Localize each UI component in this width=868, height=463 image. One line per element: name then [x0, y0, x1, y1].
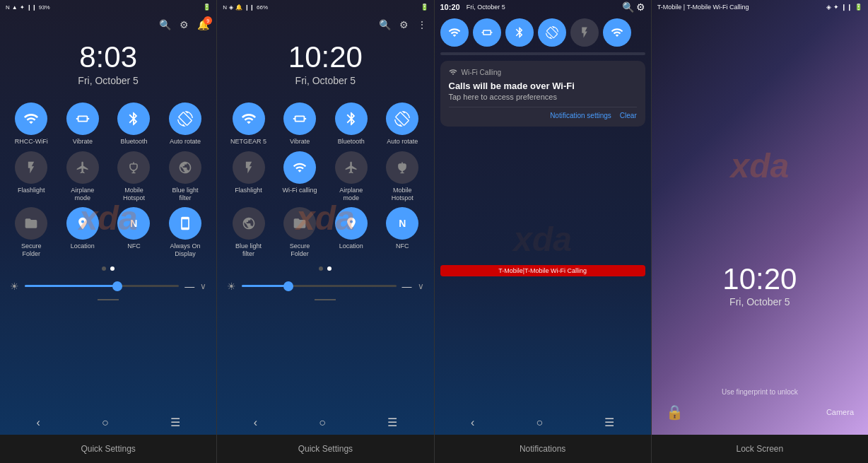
- aod-icon-1: [169, 207, 201, 240]
- screen-qs1: N ▲ ✦ ❙❙ 93% 🔋 🔍 ⚙ 🔔 9 8:03 Fri, October…: [0, 0, 217, 435]
- airplane-icon-2: [335, 151, 368, 184]
- screen-notif: 10:20 Fri, October 5 🔍 ⚙: [435, 0, 652, 435]
- back-btn-2[interactable]: ‹: [254, 416, 257, 429]
- tile-label-vibrate-1: Vibrate: [73, 138, 93, 146]
- tile-hotspot-1[interactable]: Mobile Hotspot: [111, 151, 157, 202]
- location-icon-2: [335, 207, 368, 240]
- home-btn-3[interactable]: ○: [536, 416, 543, 429]
- notif-tile-wificalling[interactable]: [603, 18, 631, 47]
- tile-nfc-1[interactable]: N NFC: [111, 207, 157, 258]
- settings-icon-1[interactable]: ⚙: [180, 19, 189, 30]
- search-icon-1[interactable]: 🔍: [159, 19, 171, 30]
- tile-wifi-2[interactable]: NETGEAR 5: [225, 102, 271, 146]
- settings-icon-3[interactable]: ⚙: [636, 1, 645, 13]
- tile-bt-2[interactable]: Bluetooth: [328, 102, 374, 146]
- tile-label-vibrate-2: Vibrate: [290, 138, 310, 146]
- brightness-track-2[interactable]: [242, 285, 396, 287]
- tile-vibrate-1[interactable]: Vibrate: [60, 102, 106, 146]
- settings-icon-2[interactable]: ⚙: [399, 19, 409, 30]
- tile-label-rotate-1: Auto rotate: [170, 138, 201, 146]
- tile-label-wifi-2: NETGEAR 5: [230, 138, 266, 146]
- notif-actions: Notification settings Clear: [449, 107, 637, 119]
- notif-bottom: T-Mobile|T-Mobile Wi-Fi Calling: [435, 264, 651, 278]
- home-btn-1[interactable]: ○: [102, 416, 109, 429]
- label-qs2: Quick Settings: [217, 435, 434, 463]
- notif-tile-rotate[interactable]: [538, 18, 566, 47]
- brightness-low-icon-2: ☀: [227, 281, 236, 292]
- tile-location-2[interactable]: Location: [328, 207, 374, 258]
- tile-airplane-1[interactable]: Airplane mode: [60, 151, 106, 202]
- notification-icon-1[interactable]: 🔔 9: [197, 19, 209, 30]
- expand-btn-2[interactable]: ∨: [418, 281, 424, 291]
- tile-vibrate-2[interactable]: Vibrate: [277, 102, 323, 146]
- tile-wifi-1[interactable]: RHCC-WiFi: [8, 102, 54, 146]
- home-btn-2[interactable]: ○: [319, 416, 326, 429]
- clock-1: 8:03: [0, 42, 216, 72]
- tile-rotate-1[interactable]: Auto rotate: [163, 102, 209, 146]
- page-dots-1: [0, 264, 216, 274]
- tile-folder-1[interactable]: Secure Folder: [8, 207, 54, 258]
- notif-tile-vibrate[interactable]: [473, 18, 501, 47]
- flashlight-icon-2: [233, 151, 265, 184]
- hotspot-icon-1: [117, 151, 150, 184]
- status-right-3: 🔍 ⚙: [622, 1, 645, 13]
- tile-bt-1[interactable]: Bluetooth: [111, 102, 157, 146]
- tiles-grid-1: RHCC-WiFi Vibrate Bluetooth Auto rotate: [0, 97, 216, 264]
- tile-bluelight-2[interactable]: Blue light filter: [225, 207, 271, 258]
- tile-location-1[interactable]: Location: [60, 207, 106, 258]
- notif-tile-wifi[interactable]: [440, 18, 469, 47]
- tile-label-wificalling-2: Wi-Fi calling: [283, 187, 317, 194]
- expand-btn-1[interactable]: ∨: [200, 281, 206, 291]
- recents-btn-3[interactable]: ☰: [604, 416, 614, 429]
- bluetooth-icon-1: [117, 102, 150, 135]
- nav-bar-1: ‹ ○ ☰: [0, 410, 216, 435]
- screen-qs2: N ◈ 🔔 ❙❙ 66% 🔋 🔍 ⚙ ⋮ 10:20 Fri, October …: [217, 0, 434, 435]
- tile-aod-1[interactable]: Always On Display: [163, 207, 209, 258]
- back-btn-3[interactable]: ‹: [471, 416, 474, 429]
- lock-hint: Use fingerprint to unlock: [652, 388, 868, 396]
- tile-flash-2[interactable]: Flashlight: [225, 151, 271, 202]
- notif-header-text: Wi-Fi Calling: [462, 69, 502, 76]
- brightness-row-1: ☀ — ∨: [0, 276, 216, 296]
- status-left-1: N ▲ ✦ ❙❙ 93%: [6, 4, 50, 11]
- brightness-track-1[interactable]: [25, 285, 179, 287]
- bluetooth-icon-2: [335, 102, 368, 135]
- notif-clear-btn[interactable]: Clear: [620, 112, 637, 119]
- notif-tile-bt[interactable]: [505, 18, 534, 47]
- search-icon-3[interactable]: 🔍: [622, 1, 634, 13]
- airplane-icon-1: [66, 151, 99, 184]
- tile-label-bt-1: Bluetooth: [120, 138, 147, 146]
- label-notif: Notifications: [435, 435, 652, 463]
- back-btn-1[interactable]: ‹: [37, 416, 40, 429]
- brightness-fill-1: [25, 285, 117, 287]
- camera-btn[interactable]: Camera: [826, 408, 854, 416]
- rotate-icon-2: [386, 102, 418, 135]
- recents-btn-1[interactable]: ☰: [170, 416, 180, 429]
- more-icon-2[interactable]: ⋮: [417, 19, 427, 30]
- tile-bluelight-1[interactable]: Blue light filter: [163, 151, 209, 202]
- notif-settings-btn[interactable]: Notification settings: [550, 112, 611, 119]
- tile-label-folder-1: Secure Folder: [12, 242, 51, 258]
- dot-2-2: [327, 266, 332, 271]
- lock-status-icons: ◈✦❙❙🔋: [826, 4, 862, 11]
- status-left-2: N ◈ 🔔 ❙❙ 66%: [223, 4, 268, 11]
- tile-label-bluelight-2: Blue light filter: [229, 242, 268, 258]
- tile-rotate-2[interactable]: Auto rotate: [380, 102, 426, 146]
- notif-header: Wi-Fi Calling: [449, 68, 637, 76]
- recents-btn-2[interactable]: ☰: [387, 416, 397, 429]
- tile-flash-1[interactable]: Flashlight: [8, 151, 54, 202]
- notif-tile-flash[interactable]: [570, 18, 599, 47]
- notification-card[interactable]: Wi-Fi Calling Calls will be made over Wi…: [440, 61, 645, 127]
- lock-date: Fri, October 5: [652, 296, 868, 307]
- tile-label-flash-1: Flashlight: [18, 187, 45, 194]
- tile-airplane-2[interactable]: Airplane mode: [328, 151, 374, 202]
- tile-folder-2[interactable]: Secure Folder: [277, 207, 323, 258]
- tile-hotspot-2[interactable]: Mobile Hotspot: [380, 151, 426, 202]
- folder-icon-1: [15, 207, 47, 240]
- tile-label-hotspot-1: Mobile Hotspot: [115, 187, 153, 202]
- tile-nfc-2[interactable]: N NFC: [380, 207, 426, 258]
- search-icon-2[interactable]: 🔍: [379, 19, 391, 30]
- tile-wificalling-2[interactable]: Wi-Fi calling: [277, 151, 323, 202]
- brightness-high-icon-2: —: [402, 281, 412, 292]
- status-bar-1: N ▲ ✦ ❙❙ 93% 🔋: [0, 0, 216, 14]
